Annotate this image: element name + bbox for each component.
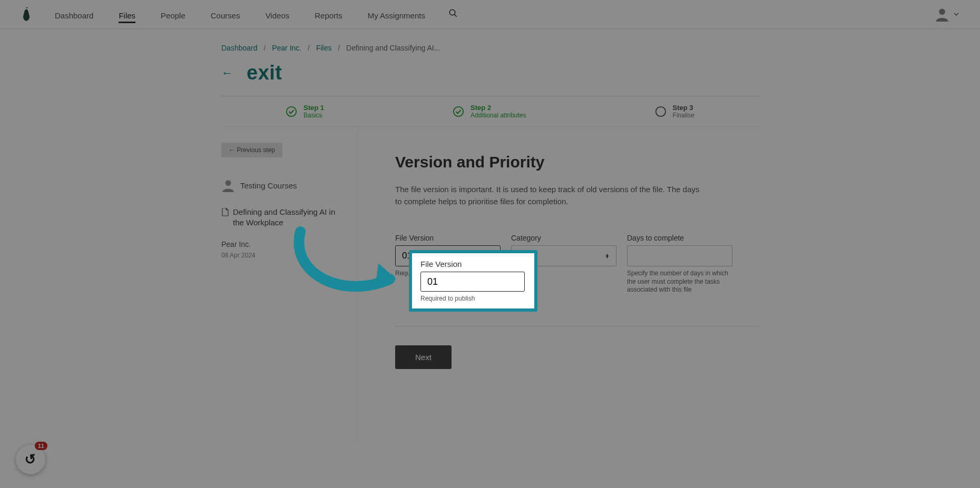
field-label: File Version [420,260,526,268]
page-title: Version and Priority [395,153,759,171]
file-version-input-highlight[interactable] [420,272,525,292]
author-row: Testing Courses [221,178,347,192]
field-label: Category [511,234,616,242]
avatar-icon [935,7,949,22]
file-date: 08 Apr 2024 [221,252,347,259]
svg-point-0 [449,9,455,15]
file-icon [221,208,229,216]
left-panel: ← Previous step Testing Courses Defining… [221,127,358,443]
breadcrumb: Dashboard / Pear Inc. / Files / Defining… [221,44,759,52]
step-label: Step 3 [673,104,694,112]
field-help: Required to publish [420,295,526,303]
select-arrows-icon: ▲▼ [605,254,610,258]
file-title-row: Defining and Classifying AI in the Workp… [221,207,347,228]
check-circle-icon [453,106,464,117]
step-sublabel: Basics [303,112,324,119]
chat-icon: ↺ [24,451,37,469]
step-sublabel: Finalise [673,112,694,119]
breadcrumb-link[interactable]: Pear Inc. [272,44,301,52]
svg-point-4 [454,106,463,116]
search-icon [448,8,458,18]
breadcrumb-link[interactable]: Files [316,44,332,52]
nav-item-reports[interactable]: Reports [302,2,355,27]
days-to-complete-input[interactable] [627,245,732,266]
svg-point-5 [655,106,665,116]
field-help: Specify the number of days in which the … [627,270,732,294]
author-name: Testing Courses [240,181,297,190]
svg-point-3 [287,106,296,116]
highlight-box: File Version Required to publish [409,250,537,312]
nav-items: Dashboard Files People Courses Videos Re… [42,2,438,27]
field-label: Days to complete [627,234,732,242]
step-sublabel: Additional attributes [471,112,526,119]
step-2[interactable]: Step 2 Additional attributes [453,104,526,119]
section-description: The file version is important. It is use… [395,184,701,207]
exit-title[interactable]: exit [247,62,282,84]
top-nav: Dashboard Files People Courses Videos Re… [0,0,980,29]
avatar-icon [221,178,235,192]
previous-step-button[interactable]: ← Previous step [221,143,282,157]
chat-widget[interactable]: ↺ 11 [16,445,45,474]
svg-point-6 [226,180,231,186]
nav-item-videos[interactable]: Videos [253,2,302,27]
nav-item-files[interactable]: Files [106,2,148,27]
nav-item-dashboard[interactable]: Dashboard [42,2,106,27]
back-arrow-button[interactable]: ← [221,67,233,79]
svg-point-2 [939,9,945,15]
step-1[interactable]: Step 1 Basics [286,104,324,119]
breadcrumb-link[interactable]: Dashboard [221,44,258,52]
nav-item-assignments[interactable]: My Assignments [355,2,438,27]
check-circle-icon [286,106,297,117]
nav-item-people[interactable]: People [148,2,198,27]
next-button[interactable]: Next [395,345,452,369]
org-name: Pear Inc. [221,240,347,248]
svg-line-1 [454,14,457,17]
stepper: Step 1 Basics Step 2 Additional attribut… [221,96,759,127]
field-label: File Version [395,234,501,242]
chevron-down-icon [954,13,959,16]
step-3[interactable]: Step 3 Finalise [655,104,694,119]
step-label: Step 2 [471,104,526,112]
pear-logo-icon [21,6,32,22]
exit-row: ← exit [221,62,759,84]
circle-icon [655,106,667,117]
logo[interactable] [11,6,42,22]
field-days-to-complete: Days to complete Specify the number of d… [627,234,732,294]
user-menu[interactable] [935,7,969,22]
nav-item-courses[interactable]: Courses [198,2,253,27]
breadcrumb-current: Defining and Classifying AI... [346,44,440,52]
main-content: Dashboard / Pear Inc. / Files / Defining… [200,29,780,443]
step-label: Step 1 [303,104,324,112]
file-title: Defining and Classifying AI in the Workp… [233,207,347,228]
search-button[interactable] [438,8,468,20]
chat-badge: 11 [35,442,47,450]
